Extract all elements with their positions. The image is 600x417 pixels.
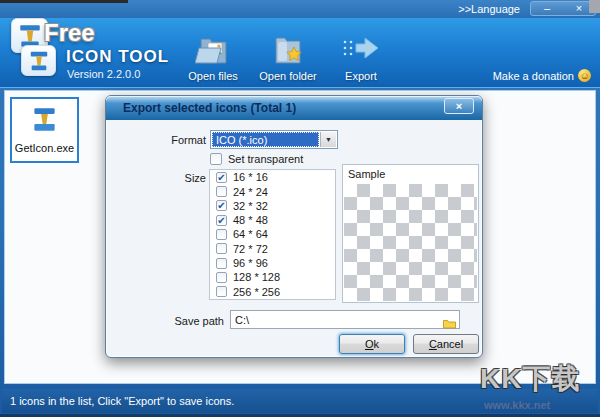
set-transparent-option[interactable]: Set transparent <box>210 153 303 165</box>
cancel-button[interactable]: Cancel <box>413 334 479 354</box>
size-checkbox[interactable]: ✔ <box>216 215 227 226</box>
size-checkbox[interactable] <box>216 286 227 297</box>
size-option-label: 64 * 64 <box>233 228 268 240</box>
donation-label: Make a donation <box>493 70 574 82</box>
app-logo-icon-secondary <box>21 45 56 76</box>
size-checkbox[interactable] <box>216 243 227 254</box>
size-option-label: 72 * 72 <box>233 243 268 255</box>
size-option[interactable]: 96 * 96 <box>210 256 335 270</box>
size-option-label: 16 * 16 <box>233 171 268 183</box>
size-option-label: 48 * 48 <box>233 214 268 226</box>
background-window-edge <box>0 0 128 3</box>
format-dropdown[interactable]: ICO (*.ico) ▼ <box>210 130 338 149</box>
export-label: Export <box>345 70 377 82</box>
status-bar: 1 icons in the list, Click "Export" to s… <box>2 389 598 413</box>
dialog-close-button[interactable]: × <box>444 98 474 114</box>
chevron-down-icon[interactable]: ▼ <box>320 132 336 147</box>
open-files-button[interactable]: Open files <box>177 30 249 82</box>
transparency-checkerboard <box>344 184 477 301</box>
smiley-icon: ☺ <box>578 69 591 82</box>
set-transparent-label: Set transparent <box>228 153 303 165</box>
version-label: Version 2.2.0.0 <box>67 68 140 80</box>
pillar-icon <box>28 50 50 72</box>
size-option-label: 256 * 256 <box>233 286 280 298</box>
window-controls: – × <box>530 1 596 16</box>
brand-subtitle: ICON TOOL <box>66 47 169 67</box>
brand-title: Free <box>44 19 95 47</box>
size-list[interactable]: ✔16 * 1624 * 24✔32 * 32✔48 * 4864 * 6472… <box>209 169 336 300</box>
file-name-label: GetIcon.exe <box>15 142 74 154</box>
language-link[interactable]: >>Language <box>458 3 520 15</box>
export-dialog: Export selected icons (Total 1) × Format… <box>105 95 483 358</box>
size-checkbox[interactable] <box>216 229 227 240</box>
size-checkbox[interactable] <box>216 272 227 283</box>
open-folder-button[interactable]: Open folder <box>252 30 324 82</box>
sample-label: Sample <box>348 168 385 180</box>
size-checkbox[interactable] <box>216 258 227 269</box>
set-transparent-checkbox[interactable] <box>210 153 222 165</box>
save-path-input[interactable]: C:\ <box>230 310 460 329</box>
app-window: >>Language – × Free ICON TOOL Version 2.… <box>0 0 600 417</box>
size-option[interactable]: 24 * 24 <box>210 185 335 199</box>
open-files-label: Open files <box>188 70 238 82</box>
ok-button[interactable]: Ok <box>339 334 405 354</box>
size-option[interactable]: 256 * 256 <box>210 285 335 299</box>
export-icon <box>341 30 381 68</box>
size-option[interactable]: 128 * 128 <box>210 270 335 284</box>
size-option[interactable]: 64 * 64 <box>210 227 335 241</box>
sample-panel: Sample <box>342 164 479 303</box>
open-folder-icon <box>270 30 306 68</box>
size-option-label: 96 * 96 <box>233 257 268 269</box>
size-checkbox[interactable] <box>216 186 227 197</box>
size-checkbox[interactable]: ✔ <box>216 200 227 211</box>
list-item-geticon[interactable]: GetIcon.exe <box>10 97 79 163</box>
open-files-icon <box>195 30 231 68</box>
size-option-label: 32 * 32 <box>233 200 268 212</box>
dialog-title: Export selected icons (Total 1) <box>123 101 296 115</box>
file-pillar-icon <box>31 106 58 137</box>
size-option-label: 24 * 24 <box>233 186 268 198</box>
export-button[interactable]: Export <box>325 30 397 82</box>
header-banner: Free ICON TOOL Version 2.2.0.0 Open file… <box>0 18 600 88</box>
size-checkbox[interactable]: ✔ <box>216 172 227 183</box>
format-label: Format <box>136 134 206 146</box>
status-text: 1 icons in the list, Click "Export" to s… <box>10 395 234 407</box>
size-option[interactable]: ✔48 * 48 <box>210 213 335 227</box>
open-folder-label: Open folder <box>259 70 316 82</box>
size-option[interactable]: 72 * 72 <box>210 242 335 256</box>
format-selected-value: ICO (*.ico) <box>212 132 319 147</box>
save-path-value: C:\ <box>235 314 249 326</box>
size-option[interactable]: ✔16 * 16 <box>210 170 335 184</box>
size-option-label: 128 * 128 <box>233 271 280 283</box>
dialog-titlebar[interactable]: Export selected icons (Total 1) × <box>106 96 482 120</box>
minimize-button[interactable]: – <box>531 2 563 15</box>
size-option[interactable]: ✔32 * 32 <box>210 199 335 213</box>
browse-folder-icon[interactable] <box>443 315 456 333</box>
save-path-label: Save path <box>136 315 224 327</box>
donation-link[interactable]: Make a donation ☺ <box>493 69 591 82</box>
size-label: Size <box>136 172 206 184</box>
background-window-corner <box>589 0 600 13</box>
